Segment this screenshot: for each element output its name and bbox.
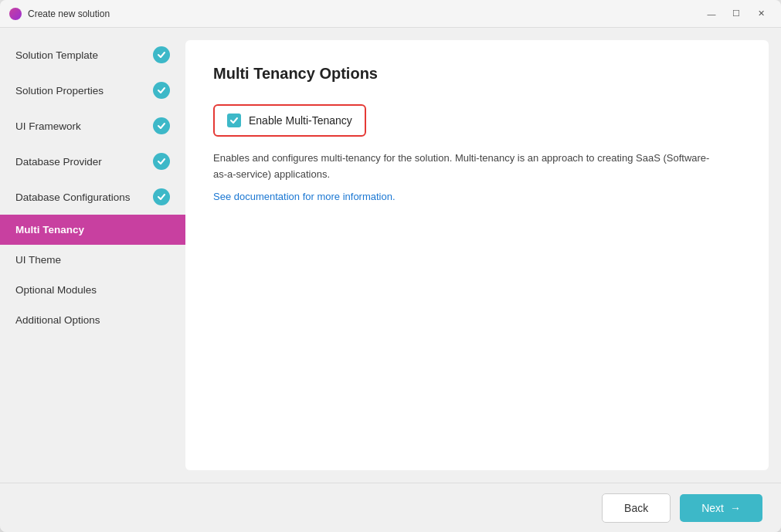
content-area: Multi Tenancy Options Enable Multi-Tenan…	[185, 40, 769, 470]
description-text: Enables and configures multi-tenancy for…	[213, 151, 723, 183]
check-icon-solution-properties	[153, 82, 170, 99]
maximize-button[interactable]: ☐	[725, 6, 747, 22]
sidebar-item-label: UI Framework	[15, 120, 145, 132]
enable-multi-tenancy-checkbox[interactable]	[227, 114, 241, 127]
sidebar-item-optional-modules[interactable]: Optional Modules	[0, 275, 185, 305]
back-button[interactable]: Back	[602, 493, 671, 523]
sidebar-item-solution-template[interactable]: Solution Template	[0, 37, 185, 73]
sidebar-item-label: Optional Modules	[15, 284, 170, 296]
sidebar-item-ui-framework[interactable]: UI Framework	[0, 108, 185, 144]
sidebar-item-label: Additional Options	[15, 314, 170, 326]
titlebar-controls: — ☐ ✕	[701, 6, 772, 22]
sidebar-item-database-provider[interactable]: Database Provider	[0, 144, 185, 179]
enable-multi-tenancy-option[interactable]: Enable Multi-Tenancy	[213, 104, 366, 137]
sidebar-item-label: Solution Template	[15, 49, 145, 61]
sidebar-item-additional-options[interactable]: Additional Options	[0, 305, 185, 335]
sidebar-item-database-configurations[interactable]: Database Configurations	[0, 179, 185, 215]
page-title: Multi Tenancy Options	[213, 65, 741, 83]
sidebar-item-label: Database Configurations	[15, 191, 145, 203]
next-button[interactable]: Next →	[680, 494, 762, 522]
app-icon	[9, 8, 22, 20]
next-label: Next	[701, 502, 724, 514]
minimize-button[interactable]: —	[701, 6, 722, 22]
check-icon-database-configurations	[153, 188, 170, 205]
main-content: Solution Template Solution Properties UI…	[0, 28, 781, 483]
documentation-link[interactable]: See documentation for more information.	[213, 191, 396, 202]
window-title: Create new solution	[28, 8, 694, 19]
sidebar-item-label: Solution Properties	[15, 85, 145, 97]
sidebar-item-label: Database Provider	[15, 156, 145, 168]
sidebar-item-label: Multi Tenancy	[15, 224, 170, 236]
check-icon-ui-framework	[153, 117, 170, 134]
check-icon-database-provider	[153, 153, 170, 170]
sidebar-item-multi-tenancy[interactable]: Multi Tenancy	[0, 215, 185, 245]
close-button[interactable]: ✕	[750, 6, 772, 22]
sidebar: Solution Template Solution Properties UI…	[0, 28, 185, 483]
next-arrow-icon: →	[730, 502, 741, 514]
check-icon-solution-template	[153, 46, 170, 63]
footer: Back Next →	[0, 483, 781, 532]
enable-multi-tenancy-label: Enable Multi-Tenancy	[249, 114, 352, 127]
app-window: Create new solution — ☐ ✕ Solution Templ…	[0, 0, 781, 532]
sidebar-item-ui-theme[interactable]: UI Theme	[0, 245, 185, 275]
sidebar-item-solution-properties[interactable]: Solution Properties	[0, 73, 185, 108]
titlebar: Create new solution — ☐ ✕	[0, 0, 781, 28]
sidebar-item-label: UI Theme	[15, 254, 170, 266]
